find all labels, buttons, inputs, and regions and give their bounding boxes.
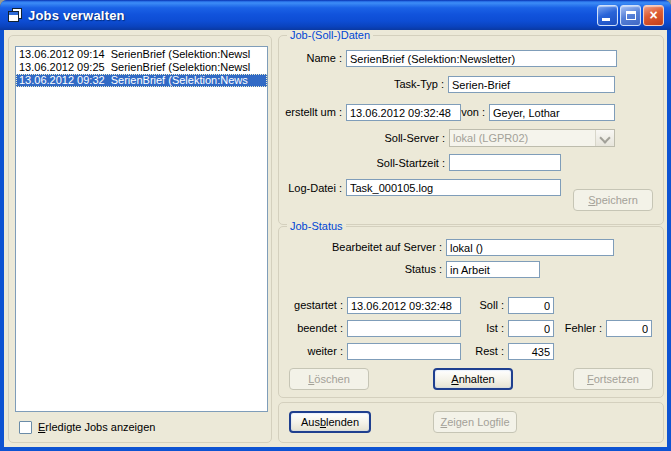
task-typ-field[interactable] (448, 76, 615, 93)
soll-startzeit-field[interactable] (449, 154, 561, 171)
checkbox-unchecked-icon[interactable] (19, 421, 32, 434)
app-window-icon (7, 7, 23, 23)
rest-label: Rest : (444, 345, 504, 358)
ausblenden-button[interactable]: Ausblenden (289, 411, 371, 433)
close-icon: × (644, 6, 663, 25)
name-label: Name : (281, 52, 342, 65)
maximize-icon (626, 11, 636, 20)
log-datei-field[interactable] (346, 179, 561, 196)
von-field[interactable] (489, 104, 615, 121)
fehler-label: Fehler : (542, 322, 602, 335)
minimize-button[interactable] (597, 5, 618, 26)
status-label: Status : (344, 263, 442, 276)
name-field[interactable] (346, 50, 617, 67)
job-list-item[interactable]: 13.06.2012 09:14 SerienBrief (Selektion:… (16, 48, 267, 61)
erstellt-um-label: erstellt um : (281, 106, 342, 119)
speichern-button: Speichern (573, 189, 653, 211)
bottom-button-group: Ausblenden Zeigen Logfile (278, 402, 664, 443)
titlebar[interactable]: Jobs verwalten × (0, 0, 671, 30)
soll-server-label: Soll-Server : (345, 132, 445, 145)
bearbeitet-auf-server-field[interactable] (446, 239, 614, 256)
task-typ-label: Task-Typ : (339, 78, 444, 91)
fehler-field[interactable] (606, 320, 652, 337)
maximize-button[interactable] (620, 5, 641, 26)
minimize-icon (602, 18, 610, 21)
zeigen-logfile-button: Zeigen Logfile (433, 411, 517, 433)
jobs-verwalten-window: Jobs verwalten × 13.06.2012 09:14 Serien… (0, 0, 671, 451)
soll-server-combobox: lokal (LGPR02) (449, 129, 615, 147)
job-list-group: 13.06.2012 09:14 SerienBrief (Selektion:… (8, 35, 272, 443)
job-list-item[interactable]: 13.06.2012 09:25 SerienBrief (Selektion:… (16, 61, 267, 74)
log-datei-label: Log-Datei : (281, 182, 342, 195)
chevron-down-icon (595, 130, 614, 146)
group-title: Job-(Soll-)Daten (287, 30, 373, 42)
anhalten-button[interactable]: Anhalten (433, 368, 513, 390)
fortsetzen-button: Fortsetzen (573, 368, 653, 390)
loeschen-button: Löschen (289, 368, 369, 390)
ist-label: Ist : (444, 322, 504, 335)
job-list-item-selected[interactable]: 13.06.2012 09:32 SerienBrief (Selektion:… (16, 74, 267, 87)
close-button[interactable]: × (643, 5, 664, 26)
status-field[interactable] (446, 261, 540, 278)
group-title: Job-Status (287, 219, 346, 233)
soll-startzeit-label: Soll-Startzeit : (345, 157, 445, 170)
job-status-group: Job-Status Bearbeitet auf Server : Statu… (278, 226, 664, 398)
weiter-label: weiter : (281, 345, 343, 358)
von-label: von : (425, 106, 485, 119)
beendet-label: beendet : (281, 322, 343, 335)
job-listbox[interactable]: 13.06.2012 09:14 SerienBrief (Selektion:… (15, 46, 268, 412)
dialog-content: 13.06.2012 09:14 SerienBrief (Selektion:… (4, 30, 667, 447)
soll-label: Soll : (444, 299, 504, 312)
bearbeitet-auf-server-label: Bearbeitet auf Server : (302, 241, 442, 254)
soll-server-value: lokal (LGPR02) (450, 132, 595, 144)
show-done-jobs-label[interactable]: Erledigte Jobs anzeigen (38, 421, 155, 434)
gestartet-label: gestartet : (281, 299, 343, 312)
window-title: Jobs verwalten (28, 8, 597, 23)
rest-field[interactable] (508, 343, 554, 360)
job-soll-daten-group: Job-(Soll-)Daten Name : Task-Typ : erste… (278, 35, 664, 225)
soll-field[interactable] (508, 297, 554, 314)
